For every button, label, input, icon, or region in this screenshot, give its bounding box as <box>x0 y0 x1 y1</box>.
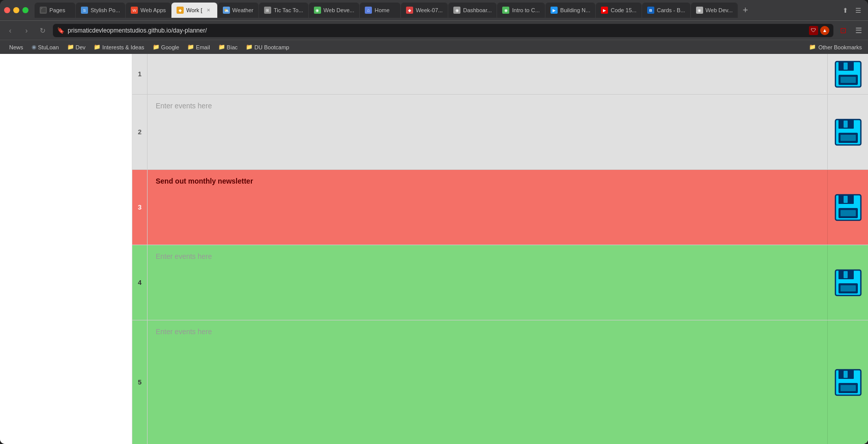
event-text-4: Enter events here <box>156 252 212 260</box>
tab-week07[interactable]: ◆ Week-07... <box>401 3 448 18</box>
tab-close-work[interactable]: ✕ <box>205 7 212 14</box>
reload-button[interactable]: ↻ <box>37 24 49 37</box>
planner-main: 1 <box>132 54 868 444</box>
browser-actions-right: ⬆ ☰ <box>840 5 864 16</box>
bookmark-email[interactable]: 📁 Email <box>184 43 213 51</box>
save-btn-area-1 <box>827 54 868 94</box>
tab-label-dashboard: Dashboar... <box>463 7 491 13</box>
bookmark-dev[interactable]: 📁 Dev <box>64 43 89 51</box>
address-bar[interactable]: 🔖 prismaticdevleopmentstudios.github.io/… <box>53 24 833 37</box>
tab-favicon-home: ⌂ <box>365 7 372 14</box>
tab-favicon-week07: ◆ <box>406 7 413 14</box>
other-bookmarks[interactable]: 📁 Other Bookmarks <box>809 44 862 50</box>
traffic-lights <box>4 7 28 13</box>
svg-rect-4 <box>841 77 856 83</box>
address-bar-security-icons: 🛡 ▲ <box>809 26 829 35</box>
du-folder-icon: 📁 <box>246 44 253 50</box>
tab-label-cardsb: Cards - B... <box>657 7 685 13</box>
extension-icon-1[interactable]: ⬆ <box>840 5 851 16</box>
biac-folder-icon: 📁 <box>218 44 225 50</box>
forward-button[interactable]: › <box>20 24 33 37</box>
event-area-2[interactable]: Enter events here <box>148 95 827 169</box>
save-button-1[interactable] <box>834 61 862 88</box>
save-button-4[interactable] <box>834 269 862 297</box>
menu-icon[interactable]: ☰ <box>853 25 864 36</box>
tab-label-webapps: Web Apps <box>140 7 166 13</box>
dev-folder-icon: 📁 <box>67 44 74 50</box>
event-area-1[interactable] <box>148 54 827 94</box>
page-content: 1 <box>0 54 868 444</box>
minimize-button[interactable] <box>13 7 19 13</box>
save-btn-area-5 <box>827 320 868 444</box>
save-btn-area-2 <box>827 95 868 169</box>
svg-rect-12 <box>844 196 848 203</box>
tab-favicon-webapps: W <box>131 7 138 14</box>
tab-work[interactable]: ◆ Work [ ✕ <box>171 3 217 18</box>
event-area-4[interactable]: Enter events here <box>148 245 827 320</box>
tab-label-weather: Weather <box>233 7 253 13</box>
title-bar: ⬛ Pages S Stylish Po... W Web Apps ◆ Wor… <box>0 0 868 20</box>
time-rows: 1 <box>132 54 868 444</box>
tab-stylish-po[interactable]: S Stylish Po... <box>76 3 125 18</box>
tab-intro-to-c[interactable]: ◉ Intro to C... <box>497 3 544 18</box>
bookmark-biac-label: Biac <box>227 44 238 50</box>
tab-web-apps[interactable]: W Web Apps <box>126 3 171 18</box>
save-button-3[interactable] <box>834 194 862 221</box>
save-button-5[interactable] <box>834 369 862 396</box>
svg-rect-19 <box>841 285 856 291</box>
bookmark-interests[interactable]: 📁 Interests & Ideas <box>91 43 148 51</box>
tab-tic-tac-to[interactable]: ⊞ Tic Tac To... <box>259 3 308 18</box>
tab-favicon-work: ◆ <box>177 7 184 14</box>
event-area-3[interactable]: Send out monthly newsletter <box>148 170 827 245</box>
tab-pages[interactable]: ⬛ Pages <box>35 3 75 18</box>
close-button[interactable] <box>4 7 10 13</box>
tab-building[interactable]: ▶ Building N... <box>545 3 595 18</box>
bookmark-biac[interactable]: 📁 Biac <box>215 43 241 51</box>
time-row-4: 4 Enter events here <box>132 245 868 320</box>
time-label-4: 4 <box>132 245 148 320</box>
bookmark-stuloan[interactable]: ◉ StuLoan <box>28 43 62 51</box>
svg-rect-2 <box>844 63 848 70</box>
svg-rect-17 <box>844 271 848 278</box>
bookmark-news[interactable]: News <box>6 43 26 51</box>
back-button[interactable]: ‹ <box>4 24 16 37</box>
sidebar <box>0 54 132 444</box>
tab-weather[interactable]: ⛅ Weather <box>218 3 258 18</box>
google-folder-icon: 📁 <box>153 44 160 50</box>
tab-label-code15: Code 15... <box>611 7 636 13</box>
save-button-2[interactable] <box>834 119 862 146</box>
tabs-bar: ⬛ Pages S Stylish Po... W Web Apps ◆ Wor… <box>35 1 837 19</box>
tab-favicon-dashboard: ◉ <box>453 7 460 14</box>
tab-code15[interactable]: ▶ Code 15... <box>596 3 642 18</box>
extension-icon-2[interactable]: ☰ <box>853 5 864 16</box>
cast-icon[interactable]: ⊡ <box>837 25 849 36</box>
tab-favicon-webdev2: ◉ <box>696 7 703 14</box>
tab-favicon-webdeve: ◉ <box>314 7 321 14</box>
new-tab-button[interactable]: + <box>738 3 753 17</box>
bookmark-dev-label: Dev <box>76 44 86 50</box>
tab-dashboard[interactable]: ◉ Dashboar... <box>448 3 497 18</box>
tab-web-deve[interactable]: ◉ Web Deve... <box>309 3 359 18</box>
tab-favicon-cardsb: B <box>647 7 654 14</box>
event-area-5[interactable]: Enter events here <box>148 320 827 444</box>
bookmark-du-bootcamp-label: DU Bootcamp <box>254 44 289 50</box>
tab-home[interactable]: ⌂ Home <box>360 3 400 18</box>
url-display: prismaticdevleopmentstudios.github.io/da… <box>68 27 806 34</box>
bookmark-email-label: Email <box>196 44 210 50</box>
tab-label-work: Work [ <box>186 7 202 13</box>
bookmark-du-bootcamp[interactable]: 📁 DU Bootcamp <box>243 43 292 51</box>
tab-label-home: Home <box>374 7 389 13</box>
tab-label-webdeve: Web Deve... <box>324 7 354 13</box>
tab-favicon-building: ▶ <box>551 7 558 14</box>
time-label-3: 3 <box>132 170 148 245</box>
other-bookmarks-label: Other Bookmarks <box>818 44 862 50</box>
tab-label-week07: Week-07... <box>416 7 443 13</box>
tab-webdev2[interactable]: ◉ Web Dev... <box>691 3 738 18</box>
svg-rect-7 <box>844 121 848 128</box>
maximize-button[interactable] <box>22 7 28 13</box>
svg-rect-9 <box>841 135 856 141</box>
tab-favicon-weather: ⛅ <box>223 7 230 14</box>
browser-window: ⬛ Pages S Stylish Po... W Web Apps ◆ Wor… <box>0 0 868 444</box>
tab-cards-b[interactable]: B Cards - B... <box>642 3 690 18</box>
bookmark-google[interactable]: 📁 Google <box>150 43 182 51</box>
